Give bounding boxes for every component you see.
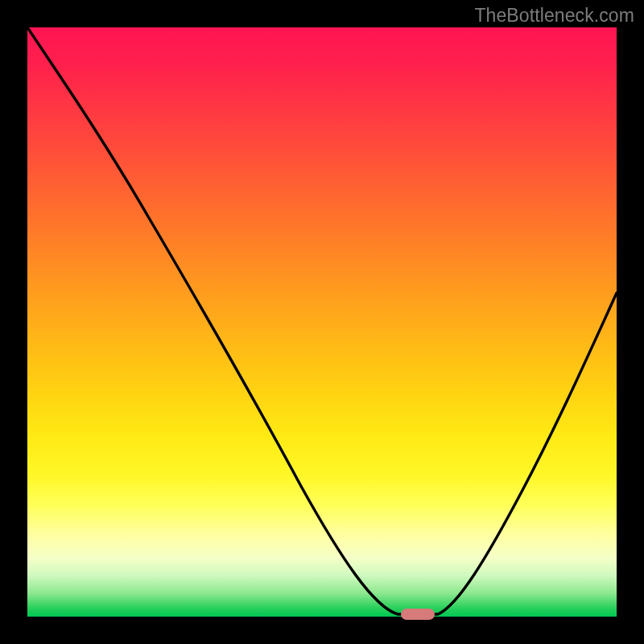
bottleneck-curve (27, 27, 617, 617)
plot-area (27, 27, 617, 617)
curve-path (27, 27, 617, 614)
optimal-marker (401, 609, 435, 620)
watermark-text: TheBottleneck.com (474, 5, 634, 27)
chart-frame: TheBottleneck.com (0, 0, 644, 644)
